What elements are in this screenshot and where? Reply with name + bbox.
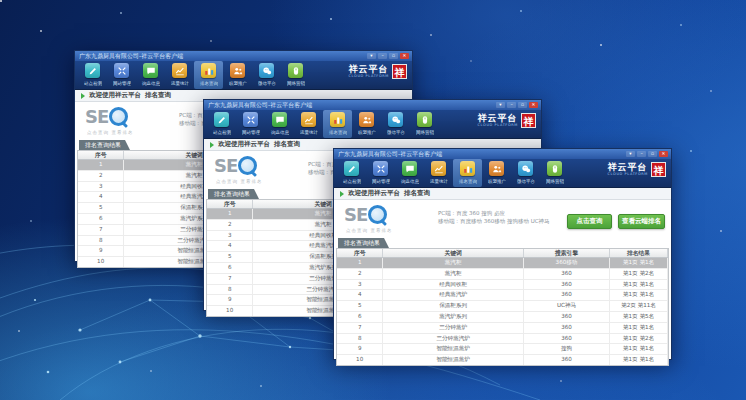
toolbar-item-rank-query[interactable]: 排名查询 bbox=[453, 159, 482, 187]
toolbar-item-wechat-platform[interactable]: 微信平台 bbox=[252, 61, 281, 89]
window-titlebar[interactable]: 广东九鼎厨具有限公司-祥云平台客户端 ▾ – ▫ ✕ bbox=[334, 149, 671, 159]
table-row[interactable]: 4经典蒸汽炉360第1页 第1名 bbox=[337, 290, 668, 301]
table-cell: 第2页 第11名 bbox=[610, 301, 668, 311]
toolbar-item-site-manage[interactable]: 网站管理 bbox=[107, 61, 136, 89]
toolbar-item-label: 流量统计 bbox=[430, 178, 448, 183]
window-titlebar[interactable]: 广东九鼎厨具有限公司-祥云平台客户端 ▾ – ▫ ✕ bbox=[204, 100, 541, 110]
toolbar-item-label: 微信平台 bbox=[387, 129, 405, 134]
toolbar-item-net-marketing[interactable]: 网络营销 bbox=[540, 159, 569, 187]
toolbar-item-net-marketing[interactable]: 网络营销 bbox=[410, 110, 439, 138]
table-cell: 6 bbox=[337, 312, 383, 322]
table-row[interactable]: 9智能恒温蒸炉搜狗第1页 第1名 bbox=[337, 344, 668, 355]
minimize-icon[interactable]: – bbox=[507, 102, 516, 108]
table-row[interactable]: 3经典回收柜360第1页 第1名 bbox=[337, 280, 668, 291]
toolbar-item-site-check[interactable]: 站点检测 bbox=[78, 61, 107, 89]
seo-tagline: 点击查询 查看排名 bbox=[216, 179, 262, 184]
maximize-icon[interactable]: ▫ bbox=[648, 151, 657, 157]
toolbar-item-alliance-promo[interactable]: 联盟推广 bbox=[482, 159, 511, 187]
toolbar-item-site-check[interactable]: 站点检测 bbox=[207, 110, 236, 138]
close-icon[interactable]: ✕ bbox=[400, 53, 409, 59]
toolbar-item-site-manage[interactable]: 网站管理 bbox=[236, 110, 265, 138]
table-cell: 1 bbox=[337, 258, 383, 268]
table-row[interactable]: 6蒸汽炉系列360第1页 第5名 bbox=[337, 312, 668, 323]
table-cell: 3 bbox=[78, 182, 124, 192]
menu-icon[interactable]: ▾ bbox=[626, 151, 635, 157]
table-row[interactable]: 8三分钟蒸汽炉360第1页 第2名 bbox=[337, 334, 668, 345]
toolbar-item-label: 询盘信息 bbox=[142, 80, 160, 85]
table-cell: 第1页 第1名 bbox=[610, 344, 668, 354]
toolbar-item-wechat-platform[interactable]: 微信平台 bbox=[381, 110, 410, 138]
main-toolbar: 站点检测网站管理询盘信息流量统计排名查询联盟推广微信平台网络营销 祥云平台 CL… bbox=[75, 61, 412, 90]
table-cell: 8 bbox=[337, 334, 383, 344]
maximize-icon[interactable]: ▫ bbox=[518, 102, 527, 108]
engine-list: PC端：百度 360 搜狗 必应 移动端：百度移动 360移动 搜狗移动 UC神… bbox=[438, 209, 550, 225]
seo-logo: SE bbox=[344, 205, 387, 224]
toolbar-item-alliance-promo[interactable]: 联盟推广 bbox=[352, 110, 381, 138]
main-toolbar: 站点检测网站管理询盘信息流量统计排名查询联盟推广微信平台网络营销 祥云平台 CL… bbox=[204, 110, 541, 139]
toolbar-item-label: 微信平台 bbox=[517, 178, 535, 183]
table-row[interactable]: 1蒸汽柜360移动第1页 第1名 bbox=[337, 258, 668, 269]
table-cell: 第1页 第1名 bbox=[610, 258, 668, 268]
toolbar-item-inquiry-info[interactable]: 询盘信息 bbox=[265, 110, 294, 138]
menu-icon[interactable]: ▾ bbox=[496, 102, 505, 108]
table-cell: 4 bbox=[337, 290, 383, 300]
seo-logo-text: SE bbox=[85, 108, 108, 126]
tab-rank-results[interactable]: 排名查询结果 bbox=[79, 140, 130, 150]
query-button[interactable]: 点击查询 bbox=[567, 214, 612, 229]
column-header: 排名结果 bbox=[610, 249, 668, 257]
tab-rank-results[interactable]: 排名查询结果 bbox=[208, 189, 259, 199]
toolbar-item-traffic-stats[interactable]: 流量统计 bbox=[294, 110, 323, 138]
table-cell: 7 bbox=[337, 323, 383, 333]
brand-name: 祥云平台 bbox=[478, 114, 518, 123]
window-titlebar[interactable]: 广东九鼎厨具有限公司-祥云平台客户端 ▾ – ▫ ✕ bbox=[75, 51, 412, 61]
brand-area: 祥云平台 CLOUD PLATFORM 祥 bbox=[478, 113, 536, 128]
close-icon[interactable]: ✕ bbox=[659, 151, 668, 157]
table-row[interactable]: 7三分钟蒸炉360第1页 第1名 bbox=[337, 323, 668, 334]
table-cell: 三分钟蒸汽炉 bbox=[383, 334, 524, 344]
table-cell: 360 bbox=[524, 334, 610, 344]
toolbar-item-site-check[interactable]: 站点检测 bbox=[337, 159, 366, 187]
traffic-chart-icon bbox=[431, 161, 446, 176]
toolbar-item-label: 联盟推广 bbox=[488, 178, 506, 183]
close-icon[interactable]: ✕ bbox=[529, 102, 538, 108]
toolbar-item-site-manage[interactable]: 网站管理 bbox=[366, 159, 395, 187]
maximize-icon[interactable]: ▫ bbox=[389, 53, 398, 59]
app-window-front[interactable]: 广东九鼎厨具有限公司-祥云平台客户端 ▾ – ▫ ✕ 站点检测网站管理询盘信息流… bbox=[333, 148, 672, 360]
rank-results-table: 序号关键词搜索引擎排名结果 1蒸汽柜360移动第1页 第1名2蒸汽柜360第1页… bbox=[336, 248, 669, 366]
site-manage-icon bbox=[373, 161, 388, 176]
table-row[interactable]: 10智能恒温蒸炉360第1页 第1名 bbox=[337, 355, 668, 365]
table-body: 1蒸汽柜360移动第1页 第1名2蒸汽柜360第1页 第2名3经典回收柜360第… bbox=[337, 258, 668, 365]
table-cell: 蒸汽炉系列 bbox=[383, 312, 524, 322]
menu-icon[interactable]: ▾ bbox=[367, 53, 376, 59]
toolbar-item-traffic-stats[interactable]: 流量统计 bbox=[424, 159, 453, 187]
table-cell: 3 bbox=[337, 280, 383, 290]
seo-tagline: 点击查询 查看排名 bbox=[346, 228, 392, 233]
table-row[interactable]: 5保温柜系列UC神马第2页 第11名 bbox=[337, 301, 668, 312]
view-cloud-rank-button[interactable]: 查看云端排名 bbox=[618, 214, 665, 229]
toolbar-item-label: 网络营销 bbox=[546, 178, 564, 183]
toolbar-item-rank-query[interactable]: 排名查询 bbox=[323, 110, 352, 138]
tab-rank-results[interactable]: 排名查询结果 bbox=[338, 238, 389, 248]
toolbar-item-alliance-promo[interactable]: 联盟推广 bbox=[223, 61, 252, 89]
table-cell: 7 bbox=[207, 274, 253, 284]
wechat-icon bbox=[259, 63, 274, 78]
site-check-icon bbox=[344, 161, 359, 176]
toolbar-item-traffic-stats[interactable]: 流量统计 bbox=[165, 61, 194, 89]
table-cell: 360 bbox=[524, 290, 610, 300]
table-row[interactable]: 2蒸汽柜360第1页 第2名 bbox=[337, 269, 668, 280]
table-cell: 360 bbox=[524, 280, 610, 290]
table-cell: 360移动 bbox=[524, 258, 610, 268]
toolbar-item-inquiry-info[interactable]: 询盘信息 bbox=[395, 159, 424, 187]
table-cell: 4 bbox=[207, 241, 253, 251]
minimize-icon[interactable]: – bbox=[637, 151, 646, 157]
toolbar-item-wechat-platform[interactable]: 微信平台 bbox=[511, 159, 540, 187]
toolbar-item-label: 询盘信息 bbox=[271, 129, 289, 134]
toolbar-item-net-marketing[interactable]: 网络营销 bbox=[281, 61, 310, 89]
toolbar-item-label: 联盟推广 bbox=[358, 129, 376, 134]
minimize-icon[interactable]: – bbox=[378, 53, 387, 59]
toolbar-item-rank-query[interactable]: 排名查询 bbox=[194, 61, 223, 89]
table-cell: 第1页 第1名 bbox=[610, 290, 668, 300]
toolbar-item-label: 排名查询 bbox=[329, 129, 347, 134]
toolbar-item-inquiry-info[interactable]: 询盘信息 bbox=[136, 61, 165, 89]
breadcrumb-section: 排名查询 bbox=[404, 189, 430, 198]
